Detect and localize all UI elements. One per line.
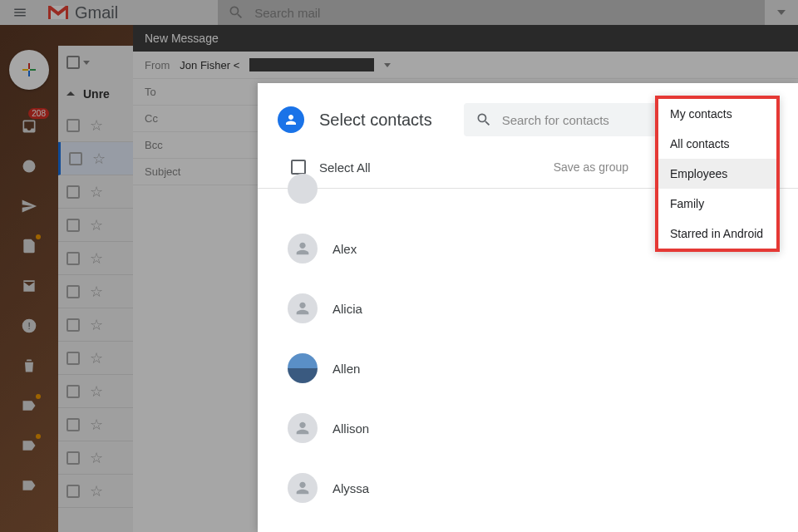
contacts-title: Select contacts <box>319 111 432 130</box>
trash-rail-icon[interactable] <box>12 349 46 382</box>
unread-section-header[interactable]: Unre <box>58 79 133 109</box>
chevron-up-icon <box>66 90 75 98</box>
contact-row[interactable]: Allen <box>258 338 798 398</box>
contact-group-dropdown: My contactsAll contactsEmployeesFamilySt… <box>655 96 780 252</box>
label2-rail-icon[interactable] <box>12 429 46 462</box>
dropdown-item[interactable]: All contacts <box>658 129 776 159</box>
menu-icon[interactable] <box>0 5 40 20</box>
inbox-rail-icon[interactable]: 208 <box>12 110 46 143</box>
mail-row[interactable]: ☆ <box>58 308 133 342</box>
avatar <box>288 353 318 383</box>
snoozed-rail-icon[interactable] <box>12 150 46 183</box>
gmail-icon <box>47 4 70 21</box>
mail-row[interactable]: ☆ <box>58 275 133 308</box>
mail-row[interactable]: ☆ <box>58 408 133 441</box>
chevron-down-icon[interactable] <box>83 61 90 65</box>
contacts-icon <box>278 106 304 133</box>
contact-name: Allen <box>332 362 360 376</box>
mail-row[interactable]: ☆ <box>58 209 133 242</box>
inbox-count-badge: 208 <box>28 108 49 119</box>
contact-row[interactable]: Alicia <box>258 278 798 338</box>
drafts-rail-icon[interactable] <box>12 229 46 263</box>
contact-row[interactable]: Alyssa <box>258 458 798 518</box>
dropdown-item[interactable]: Starred in Android <box>658 219 776 249</box>
important-rail-icon[interactable]: ! <box>12 309 46 342</box>
avatar <box>288 473 318 503</box>
svg-text:!: ! <box>27 320 30 331</box>
gmail-logo[interactable]: Gmail <box>47 3 118 22</box>
redacted-email <box>249 58 374 71</box>
mail-row[interactable]: ☆ <box>58 342 133 375</box>
left-rail: 208 ! <box>0 25 58 532</box>
contact-name: Alex <box>332 242 357 256</box>
compose-title: New Message <box>133 25 798 52</box>
chevron-down-icon[interactable] <box>384 63 391 67</box>
contact-name: Alicia <box>332 302 362 316</box>
label3-rail-icon[interactable] <box>12 469 46 502</box>
dropdown-item[interactable]: My contacts <box>658 99 776 129</box>
dropdown-item[interactable]: Employees <box>658 159 776 189</box>
mail-row[interactable]: ☆ <box>58 142 133 175</box>
mail-row[interactable]: ☆ <box>58 475 133 508</box>
mail-rail-icon[interactable] <box>12 269 46 303</box>
search-icon <box>228 4 244 21</box>
label1-rail-icon[interactable] <box>12 389 46 422</box>
select-all-label: Select All <box>319 160 371 175</box>
search-options-dropdown[interactable] <box>765 10 798 15</box>
mail-row[interactable]: ☆ <box>58 441 133 475</box>
mail-toolbar <box>58 46 133 79</box>
avatar <box>288 234 318 264</box>
mail-row[interactable]: ☆ <box>58 175 133 209</box>
app-name: Gmail <box>75 3 118 22</box>
svg-point-0 <box>23 160 36 173</box>
mail-list-column: Unre ☆ ☆ ☆ ☆ ☆ ☆ ☆ ☆ ☆ ☆ ☆ ☆ <box>58 46 133 532</box>
select-all-mail-checkbox[interactable] <box>66 56 80 69</box>
avatar <box>288 293 318 323</box>
select-all-checkbox[interactable] <box>291 160 306 175</box>
sent-rail-icon[interactable] <box>12 190 46 223</box>
search-mail-input[interactable]: Search mail <box>218 0 765 25</box>
contact-name: Alyssa <box>332 481 369 495</box>
mail-row[interactable]: ☆ <box>58 109 133 142</box>
search-placeholder: Search mail <box>254 6 320 20</box>
contact-name: Allison <box>332 421 369 436</box>
contact-row[interactable]: Allison <box>258 398 798 458</box>
avatar <box>288 174 318 204</box>
mail-row[interactable]: ☆ <box>58 242 133 275</box>
compose-button[interactable] <box>9 50 49 90</box>
dropdown-item[interactable]: Family <box>658 189 776 219</box>
save-as-group-button[interactable]: Save as group <box>554 160 628 174</box>
mail-row[interactable]: ☆ <box>58 375 133 408</box>
search-icon <box>475 111 492 128</box>
app-header: Gmail Search mail <box>0 0 798 25</box>
compose-from-row[interactable]: From Jon Fisher < <box>133 52 798 79</box>
avatar <box>288 413 318 443</box>
